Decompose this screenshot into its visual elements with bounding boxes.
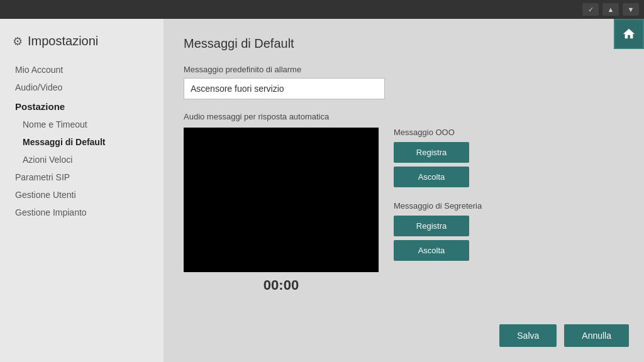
cancel-button[interactable]: Annulla [564,324,629,347]
sidebar-title: ⚙ Impostazioni [13,34,151,48]
alarm-message-group: Messaggio predefinito di allarme [184,65,624,99]
ooo-registra-button[interactable]: Registra [394,142,469,163]
ooo-label: Messaggio OOO [394,128,482,137]
sidebar-title-text: Impostazioni [28,34,98,48]
ooo-ascolta-button[interactable]: Ascolta [394,167,469,187]
footer-buttons: Salva Annulla [499,324,629,347]
ooo-message-group: Messaggio OOO Registra Ascolta [394,128,482,191]
sidebar-item-postazione[interactable]: Postazione [13,96,151,116]
video-container: 00:00 [184,128,379,293]
sidebar-item-audio-video[interactable]: Audio/Video [13,79,151,96]
home-button[interactable] [614,19,644,49]
content-area: Messaggi di Default Messaggio predefinit… [164,19,644,362]
segreteria-ascolta-button[interactable]: Ascolta [394,240,469,261]
sidebar-item-gestione-impianto[interactable]: Gestione Impianto [13,204,151,221]
video-timer: 00:00 [184,277,379,293]
video-player [184,128,379,272]
save-button[interactable]: Salva [499,324,557,347]
sidebar-item-nome-timeout[interactable]: Nome e Timeout [13,116,151,133]
home-icon [622,27,636,41]
sidebar-item-parametri-sip[interactable]: Parametri SIP [13,168,151,186]
top-bar-icons: ✓ ▲ ▼ [582,3,639,16]
sidebar-nav: Mio Account Audio/Video Postazione Nome … [13,61,151,221]
top-bar: ✓ ▲ ▼ [0,0,644,19]
main-area: ⚙ Impostazioni Mio Account Audio/Video P… [0,19,644,362]
message-controls: Messaggio OOO Registra Ascolta Messaggio… [394,128,482,275]
gear-icon: ⚙ [13,35,23,48]
sidebar-item-messaggi-default[interactable]: Messaggi di Default [13,133,151,151]
alarm-icon: ▲ [602,3,619,16]
audio-label: Audio messaggi per risposta automatica [184,112,624,121]
segreteria-message-group: Messaggio di Segreteria Registra Ascolta [394,201,482,265]
sidebar-item-gestione-utenti[interactable]: Gestione Utenti [13,186,151,204]
checkmark-icon: ✓ [582,3,599,16]
alarm-input[interactable] [184,78,385,99]
sidebar-item-azioni-veloci[interactable]: Azioni Veloci [13,151,151,168]
segreteria-registra-button[interactable]: Registra [394,216,469,236]
menu-icon: ▼ [623,3,639,16]
audio-area: 00:00 Messaggio OOO Registra Ascolta Mes… [184,128,624,293]
segreteria-label: Messaggio di Segreteria [394,201,482,211]
sidebar-item-mio-account[interactable]: Mio Account [13,61,151,79]
audio-section: Audio messaggi per risposta automatica 0… [184,112,624,293]
page-title: Messaggi di Default [184,36,624,51]
alarm-label: Messaggio predefinito di allarme [184,65,624,74]
sidebar: ⚙ Impostazioni Mio Account Audio/Video P… [0,19,164,362]
